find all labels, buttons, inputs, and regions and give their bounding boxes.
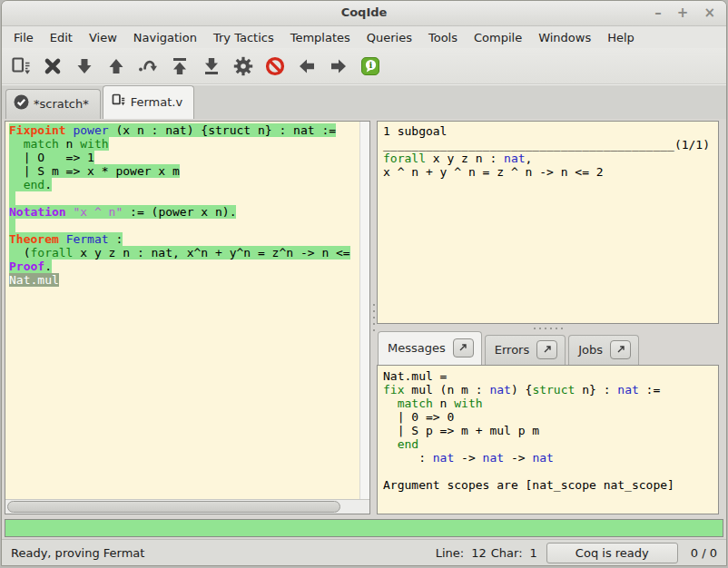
tab-label: Fermat.v [131,95,182,109]
vertical-splitter[interactable] [370,121,377,514]
code-line: Nat.mul = [383,369,713,383]
tab-scratch[interactable]: *scratch* [5,89,101,119]
tab-label: Messages [388,341,446,355]
menu-view[interactable]: View [81,28,125,47]
tab-label: Jobs [578,343,603,357]
main-area: Fixpoint power (x n : nat) {struct n} : … [2,119,726,516]
menu-edit[interactable]: Edit [42,28,81,47]
menu-queries[interactable]: Queries [359,28,420,47]
coq-status-indicator: Coq is ready [546,543,678,563]
menu-file[interactable]: File [5,28,42,47]
gear-icon [232,55,254,77]
interrupt-button[interactable] [261,53,289,80]
toolbar: i [2,48,726,84]
code-line: | 0 => 0 [383,410,713,424]
script-pane: Fixpoint power (x n : nat) {struct n} : … [5,121,370,514]
code-line: 1 subgoal [383,124,713,138]
code-line: Nat.mul [9,273,359,287]
code-line: Theorem Fermat : [9,232,359,246]
code-line: | O => 1 [9,151,359,164]
detach-button[interactable] [453,338,474,357]
menu-help[interactable]: Help [599,28,643,47]
code-line: ​ [9,191,359,205]
script-editor[interactable]: Fixpoint power (x n : nat) {struct n} : … [5,122,359,499]
save-button[interactable] [7,53,34,80]
tab-jobs[interactable]: Jobs [568,335,639,365]
stop-x-icon [42,55,64,77]
code-line: end. [9,178,359,191]
arrow-down-bar-icon [201,55,222,77]
messages-pane[interactable]: Nat.mul =fix mul (n m : nat) {struct n} … [377,365,719,514]
line-label: Line: [436,546,464,560]
messages-notebook: Messages Errors Jobs Nat.mul =fix mul (n… [377,333,719,514]
vertical-scrollbar[interactable] [359,122,369,499]
status-message: Ready, proving Fermat [11,546,144,560]
progress-area [2,516,726,539]
code-line: | S m => x * power x m [9,164,359,178]
interrupt-icon [264,55,286,77]
tab-errors[interactable]: Errors [485,335,566,365]
menu-compile[interactable]: Compile [466,28,530,47]
go-to-start-button[interactable] [166,53,193,80]
arrow-right-icon [328,55,349,77]
coq-status-text: Coq is ready [576,546,649,560]
code-line: | S p => m + mul p m [383,424,713,437]
goals-pane[interactable]: 1 subgoal_______________________________… [377,121,719,324]
code-line: forall x y z n : nat, [383,152,713,165]
close-button[interactable]: × [703,4,715,22]
code-line: ​ [9,219,359,232]
scrollbar-thumb[interactable] [7,501,340,513]
menu-tools[interactable]: Tools [420,28,466,47]
info-icon: i [359,55,381,77]
progress-bar [5,519,723,537]
tab-label: Errors [495,343,529,357]
editor-tabbar: *scratch* Fermat.v [2,84,726,119]
arrow-up-bar-icon [169,55,191,77]
save-icon [10,55,32,77]
settings-button[interactable] [230,53,257,80]
code-line: Proof. [9,260,359,273]
menu-try-tactics[interactable]: Try Tactics [205,28,282,47]
code-line: ​ [383,465,713,478]
code-line: x ^ n + y ^ n = z ^ n -> n <= 2 [383,165,713,179]
worker-counter: 0 / 0 [691,546,717,560]
code-line: : nat -> nat -> nat [383,451,713,465]
code-line: match n with [9,137,359,151]
char-value: 1 [530,546,537,560]
statusbar: Ready, proving Fermat Line: 12 Char: 1 C… [2,539,726,565]
forward-button[interactable] [325,53,352,80]
go-to-cursor-button[interactable] [134,53,162,80]
detach-button[interactable] [536,340,557,359]
menu-navigation[interactable]: Navigation [125,28,205,47]
right-column: 1 subgoal_______________________________… [377,121,719,514]
code-line: match n with [383,397,713,410]
messages-tabbar: Messages Errors Jobs [377,333,719,365]
menu-templates[interactable]: Templates [282,28,359,47]
stop-button[interactable] [39,53,66,80]
about-button[interactable]: i [357,53,384,80]
detach-button[interactable] [610,340,631,359]
menubar: FileEditViewNavigationTry TacticsTemplat… [2,26,726,48]
titlebar: CoqIde – + × [2,1,726,26]
step-forward-button[interactable] [71,53,98,80]
minimize-button[interactable]: – [654,4,662,22]
code-line: Notation "x ^ n" := (power x n). [9,205,359,219]
code-line: end [383,437,713,451]
arrow-left-icon [296,55,318,77]
code-line: fix mul (n m : nat) {struct n} : nat := [383,383,713,397]
detach-arrow-icon [458,343,467,352]
svg-text:i: i [369,60,373,70]
tab-fermat[interactable]: Fermat.v [103,85,194,119]
step-back-button[interactable] [103,53,130,80]
horizontal-scrollbar[interactable] [5,499,369,514]
menu-windows[interactable]: Windows [530,28,599,47]
detach-arrow-icon [616,345,625,354]
code-line: Argument scopes are [nat_scope nat_scope… [383,478,713,492]
tab-label: *scratch* [34,97,89,111]
code-line: ________________________________________… [383,138,713,152]
back-button[interactable] [293,53,320,80]
tab-messages[interactable]: Messages [378,331,482,365]
code-line: (forall x y z n : nat, x^n + y^n = z^n -… [9,246,359,260]
maximize-button[interactable]: + [677,4,689,22]
go-to-end-button[interactable] [198,53,225,80]
